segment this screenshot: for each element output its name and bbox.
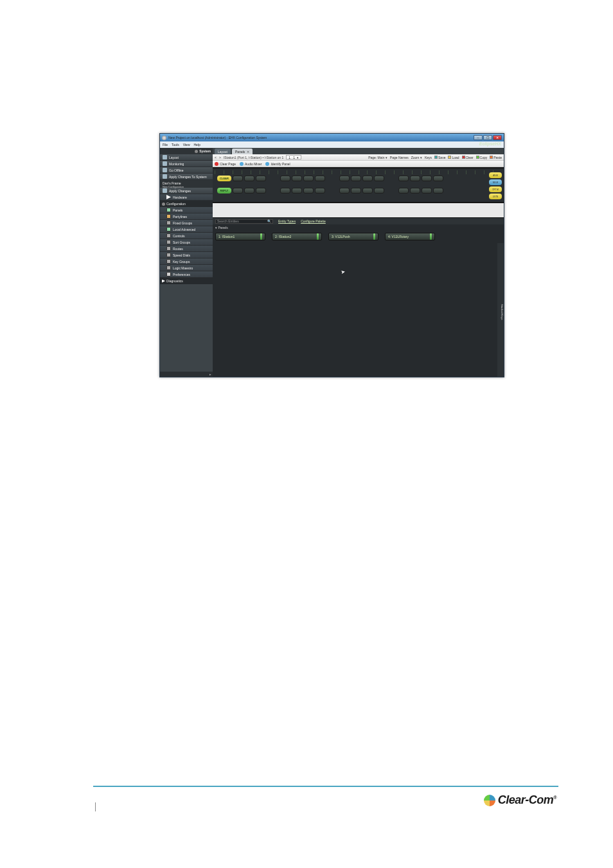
clear-button[interactable]: Clear xyxy=(462,156,474,159)
key-slot[interactable] xyxy=(351,176,361,181)
sidebar-item-routes[interactable]: Routes xyxy=(160,246,213,252)
app-window: New Project on localhost (Administrator)… xyxy=(159,133,504,377)
sidebar-item-apply-changes[interactable]: Apply Changes xyxy=(160,188,213,194)
key-slot[interactable] xyxy=(362,188,373,194)
side-button-stack: AN.M MS M OPT M LISTN xyxy=(489,172,502,199)
nav-back-button[interactable]: < xyxy=(215,156,217,159)
sidebar-item-apply-changes-system[interactable]: Apply Changes To System xyxy=(160,174,213,180)
key-slot[interactable] xyxy=(422,188,432,194)
sidebar-item-speed-dials[interactable]: Speed Dials xyxy=(160,252,213,258)
key-slot[interactable] xyxy=(292,188,302,194)
load-button[interactable]: Load xyxy=(448,156,459,159)
page-combo[interactable]: 1 · 1 ▾ xyxy=(286,155,301,159)
palette-card-istation2[interactable]: 2: IStation2 xyxy=(272,233,322,240)
palette-card-istation1[interactable]: 1: IStation1 xyxy=(215,233,265,240)
sidebar-item-fixed-groups[interactable]: Fixed Groups xyxy=(160,220,213,226)
nav-forward-button[interactable]: > xyxy=(219,156,221,159)
menu-tools[interactable]: Tools xyxy=(172,143,179,147)
entity-types-link[interactable]: Entity Types xyxy=(278,219,296,223)
key-slot[interactable] xyxy=(315,188,325,194)
key-slot[interactable] xyxy=(339,176,350,181)
sidebar-item-hardware[interactable]: Hardware xyxy=(160,194,213,201)
sidebar-item-layout[interactable]: Layout xyxy=(160,154,213,161)
key-slot[interactable] xyxy=(280,176,290,181)
tab-layout[interactable]: Layout xyxy=(215,149,231,154)
key-slot[interactable] xyxy=(398,176,409,181)
key-slot[interactable] xyxy=(280,188,290,194)
palette-card-v12lpush[interactable]: 3: V12LPush xyxy=(328,233,378,240)
paste-button[interactable]: Paste xyxy=(490,156,502,159)
section-diagnostics[interactable]: Diagnostics xyxy=(160,278,213,284)
keys-button[interactable]: Keys xyxy=(425,156,432,159)
configure-palette-link[interactable]: Configure Palette xyxy=(301,219,326,223)
section-configuration[interactable]: Configuration xyxy=(160,201,213,207)
search-input[interactable]: Search Entities 🔍 xyxy=(215,219,273,224)
speed-dials-icon xyxy=(166,253,171,257)
key-slot[interactable] xyxy=(339,188,350,194)
palette-card-v12lrotary[interactable]: 4: V12LRotary xyxy=(385,233,435,240)
sidebar-item-preferences[interactable]: Preferences xyxy=(160,271,213,278)
footer-rule xyxy=(93,786,558,787)
listn-button[interactable]: LISTN xyxy=(489,194,502,199)
page-menu[interactable]: Page: Main ▾ xyxy=(368,156,387,159)
key-slot[interactable] xyxy=(303,176,314,181)
ms-m-button[interactable]: MS M xyxy=(489,179,502,185)
sidebar-item-partylines[interactable]: Partylines xyxy=(160,213,213,220)
clear-page-button[interactable]: Clear Page xyxy=(215,162,236,166)
stacked-keys-tab[interactable]: Stacked Keys xyxy=(497,243,504,377)
key-slot[interactable] xyxy=(410,176,420,181)
key-slot[interactable] xyxy=(362,176,373,181)
clear-key[interactable]: CLEAR xyxy=(217,176,231,181)
menu-help[interactable]: Help xyxy=(194,143,200,147)
opt-m-button[interactable]: OPT M xyxy=(489,186,502,192)
sidebar-item-label: Hardware xyxy=(173,195,187,199)
window-minimize-button[interactable]: ─ xyxy=(474,135,483,140)
tab-panels[interactable]: Panels ✕ xyxy=(232,149,253,154)
palette-expander[interactable]: ▾ Panels xyxy=(213,224,504,230)
tab-close-icon[interactable]: ✕ xyxy=(247,150,249,154)
key-slot[interactable] xyxy=(433,188,443,194)
identify-panel-button[interactable]: Identify Panel xyxy=(265,162,290,166)
key-slot[interactable] xyxy=(233,176,243,181)
tab-label: Panels xyxy=(235,150,245,154)
key-slot[interactable] xyxy=(315,176,325,181)
key-slot[interactable] xyxy=(374,188,384,194)
sidebar-item-panels[interactable]: Panels xyxy=(160,207,213,213)
copy-button[interactable]: Copy xyxy=(476,156,488,159)
sidebar-item-controls[interactable]: Controls xyxy=(160,233,213,239)
sidebar-scrollbar[interactable]: ▸ xyxy=(160,372,213,377)
tabstrip: Layout Panels ✕ xyxy=(213,148,504,154)
window-maximize-button[interactable]: ☐ xyxy=(483,135,492,140)
sidebar-item-go-offline[interactable]: Go Offline xyxy=(160,167,213,174)
key-slot[interactable] xyxy=(244,176,254,181)
menu-file[interactable]: File xyxy=(163,143,168,147)
reply-key[interactable]: REPLY xyxy=(217,188,231,194)
window-close-button[interactable]: ✕ xyxy=(493,135,502,140)
key-slot[interactable] xyxy=(351,188,361,194)
key-slot[interactable] xyxy=(292,176,302,181)
sidebar-item-key-groups[interactable]: Key Groups xyxy=(160,258,213,265)
key-slot[interactable] xyxy=(422,176,432,181)
key-slot[interactable] xyxy=(256,176,266,181)
page-names-button[interactable]: Page Names xyxy=(390,156,409,159)
key-slot[interactable] xyxy=(256,188,266,194)
save-button[interactable]: Save xyxy=(434,156,445,159)
sidebar-item-label: Speed Dials xyxy=(173,253,190,257)
sidebar-item-local-advanced[interactable]: Local Advanced xyxy=(160,226,213,233)
key-slot[interactable] xyxy=(433,176,443,181)
key-groups-icon xyxy=(166,259,171,264)
menu-view[interactable]: View xyxy=(183,143,190,147)
key-slot[interactable] xyxy=(374,176,384,181)
key-slot[interactable] xyxy=(244,188,254,194)
key-slot[interactable] xyxy=(410,188,420,194)
sidebar-item-logic-maestro[interactable]: Logic Maestro xyxy=(160,265,213,271)
key-slot[interactable] xyxy=(303,188,314,194)
audio-mixer-button[interactable]: Audio Mixer xyxy=(240,162,262,166)
sidebar-item-sort-groups[interactable]: Sort Groups xyxy=(160,239,213,246)
section-system[interactable]: System xyxy=(160,148,213,154)
key-slot[interactable] xyxy=(233,188,243,194)
an-m-button[interactable]: AN.M xyxy=(489,172,502,178)
zoom-menu[interactable]: Zoom ▾ xyxy=(411,156,422,159)
key-slot[interactable] xyxy=(398,188,409,194)
sidebar-item-monitoring[interactable]: Monitoring xyxy=(160,161,213,167)
